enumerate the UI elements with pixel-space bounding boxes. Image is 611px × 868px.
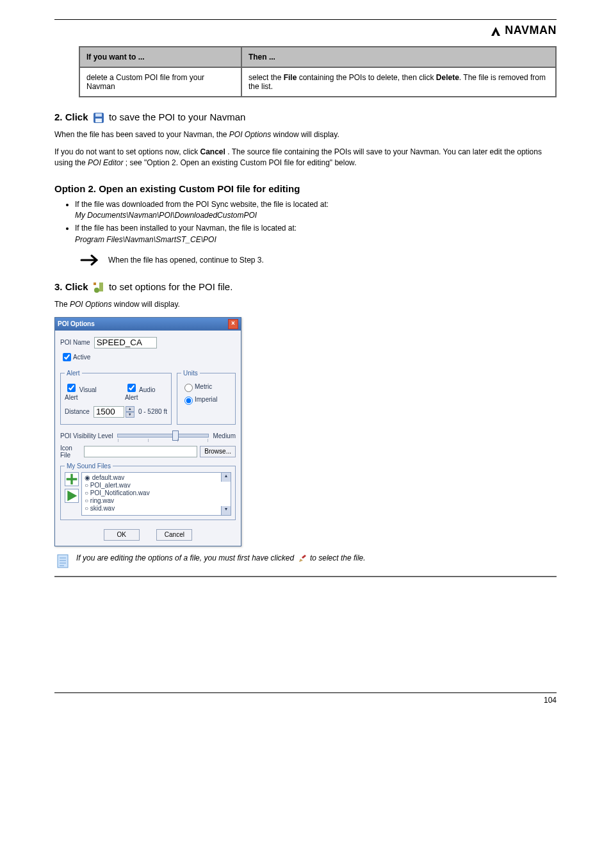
list-item[interactable]: ○ POI_Notification.wav (85, 489, 228, 497)
units-legend: Units (181, 370, 200, 377)
svg-rect-2 (95, 119, 102, 122)
audio-alert-checkbox[interactable] (127, 384, 136, 392)
sound-legend: My Sound Files (65, 463, 113, 470)
spin-up-icon[interactable]: ▴ (126, 406, 134, 412)
dialog-titlebar[interactable]: POI Options × (55, 318, 241, 331)
poi-name-input[interactable] (94, 337, 157, 348)
imperial-label: Imperial (195, 396, 218, 403)
metric-radio[interactable] (184, 384, 193, 392)
cell-if: delete a Custom POI file from your Navma… (79, 67, 241, 97)
instruction-table: If you want to ... Then ... delete a Cus… (79, 46, 557, 97)
visibility-value: Medium (213, 432, 236, 439)
distance-input[interactable] (94, 406, 124, 418)
list-item[interactable]: ○ ring.wav (85, 497, 228, 505)
visibility-slider[interactable]: |||| (117, 434, 209, 438)
list-item[interactable]: ○ POI_alert.wav (85, 482, 228, 489)
list-item: If the file was downloaded from the POI … (75, 199, 557, 222)
arrow-note: When the file has opened, continue to St… (80, 253, 557, 267)
step2-heading: 2. Click to save the POI to your Navman (54, 111, 557, 124)
cell-then: select the File containing the POIs to d… (241, 67, 556, 97)
visual-alert-checkbox[interactable] (67, 384, 76, 392)
add-sound-button[interactable] (65, 472, 79, 486)
page-number: 104 (54, 693, 557, 717)
option2-heading: Option 2. Open an existing Custom POI fi… (54, 183, 557, 194)
distance-range: 0 - 5280 ft (138, 408, 167, 415)
save-icon (92, 111, 105, 124)
svg-point-4 (94, 288, 99, 293)
step2-p2: If you do not want to set options now, c… (54, 147, 557, 169)
icon-file-label: Icon File (60, 445, 80, 459)
cancel-button[interactable]: Cancel (156, 529, 192, 541)
active-label: Active (73, 354, 90, 361)
scroll-down-icon[interactable]: ▾ (221, 506, 231, 515)
table-row: delete a Custom POI file from your Navma… (79, 67, 556, 97)
th-then: Then ... (241, 47, 556, 67)
step2-p1: When the file has been saved to your Nav… (54, 129, 557, 140)
list-item[interactable]: ◉ default.wav (85, 474, 228, 482)
poi-options-dialog: POI Options × POI Name Active Alert Visu… (54, 317, 241, 546)
arrow-note-text: When the file has opened, continue to St… (108, 256, 264, 265)
edit-pencil-icon (298, 554, 307, 563)
svg-rect-3 (99, 283, 103, 291)
dialog-title: POI Options (58, 320, 95, 327)
distance-label: Distance (65, 408, 90, 415)
list-item: If the file has been installed to your N… (75, 223, 557, 245)
units-fieldset: Units Metric Imperial (177, 370, 236, 425)
step3-p1: The POI Options window will display. (54, 299, 557, 310)
imperial-radio[interactable] (184, 397, 193, 405)
spin-down-icon[interactable]: ▾ (126, 412, 134, 418)
th-if: If you want to ... (79, 47, 241, 67)
visibility-label: POI Visibility Level (60, 432, 113, 439)
svg-rect-5 (94, 283, 96, 285)
note-row: If you are editing the options of a file… (54, 553, 557, 577)
active-checkbox[interactable] (63, 353, 71, 361)
brand-name: NAVMAN (505, 24, 557, 37)
poi-name-label: POI Name (60, 339, 90, 346)
alert-legend: Alert (65, 370, 82, 377)
icon-file-input[interactable] (84, 446, 197, 457)
svg-rect-1 (95, 113, 102, 117)
arrow-right-icon (80, 253, 102, 267)
ok-button[interactable]: OK (104, 529, 140, 541)
note-page-icon (54, 553, 71, 569)
metric-label: Metric (195, 383, 212, 390)
logo-triangle-icon (489, 25, 502, 37)
option2-list: If the file was downloaded from the POI … (61, 199, 557, 246)
brand-logo: NAVMAN (54, 24, 557, 38)
browse-button[interactable]: Browse... (200, 446, 236, 457)
sound-file-list[interactable]: ◉ default.wav ○ POI_alert.wav ○ POI_Noti… (81, 472, 231, 516)
close-icon[interactable]: × (228, 319, 238, 329)
alert-fieldset: Alert Visual Alert Audio Alert Distance (60, 370, 172, 425)
list-item[interactable]: ○ skid.wav (85, 505, 228, 512)
sound-files-fieldset: My Sound Files ◉ default.wav ○ POI_alert… (60, 463, 236, 520)
options-poi-icon (92, 281, 105, 294)
note-text: If you are editing the options of a file… (76, 553, 366, 564)
step3-heading: 3. Click to set options for the POI file… (54, 281, 557, 294)
play-sound-button[interactable] (65, 489, 79, 503)
scroll-up-icon[interactable]: ▴ (221, 473, 231, 482)
